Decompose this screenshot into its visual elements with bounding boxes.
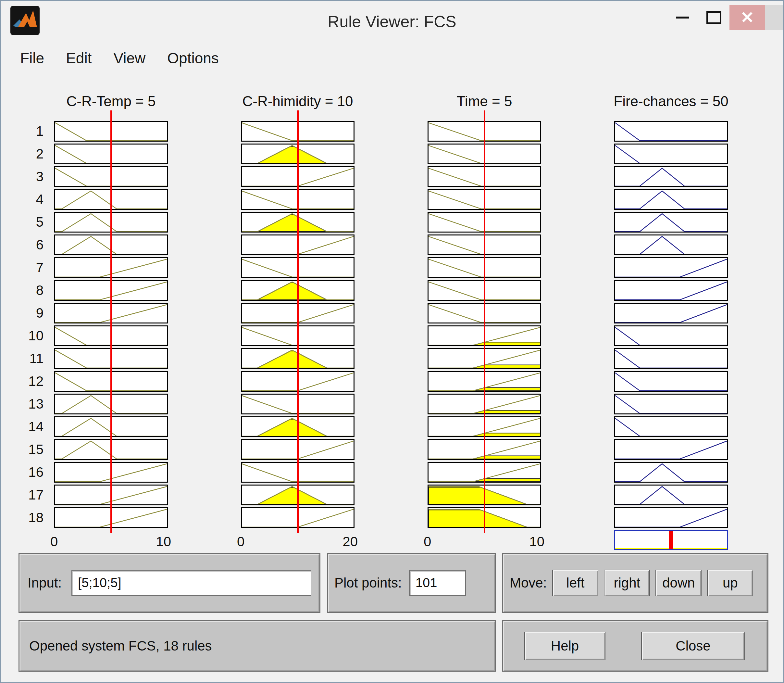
status-message: Opened system FCS, 18 rules [29, 638, 212, 654]
rule-number-17: 17 [14, 487, 43, 503]
rule-cell-6-fire-chances [614, 234, 728, 255]
move-left-button[interactable]: left [552, 570, 598, 596]
rule-cell-12-fire-chances [614, 371, 728, 392]
output-aggregate [614, 530, 728, 550]
rule-cell-1-fire-chances [614, 121, 728, 142]
column-title-c-r-temp: C-R-Temp = 5 [66, 93, 155, 109]
rule-number-3: 3 [14, 169, 43, 184]
axis-max-time: 10 [512, 534, 544, 550]
move-label: Move: [510, 575, 547, 591]
input-label: Input: [27, 575, 62, 591]
axis-min-time: 0 [424, 534, 431, 550]
column-title-time: Time = 5 [457, 93, 512, 109]
rule-number-18: 18 [14, 510, 43, 526]
axis-min-c-r-himidity: 0 [237, 534, 245, 550]
rule-number-7: 7 [14, 260, 43, 276]
input-field[interactable] [71, 570, 311, 596]
rule-cell-15-fire-chances [614, 439, 728, 460]
rule-number-10: 10 [14, 328, 43, 344]
rule-cell-9-fire-chances [614, 303, 728, 324]
rule-cell-8-fire-chances [614, 280, 728, 301]
rule-number-9: 9 [14, 305, 43, 321]
move-down-button[interactable]: down [656, 570, 702, 596]
rule-number-6: 6 [14, 237, 43, 253]
rule-cell-3-fire-chances [614, 166, 728, 187]
rule-cell-5-fire-chances [614, 212, 728, 232]
rule-cell-2-fire-chances [614, 144, 728, 164]
axis-max-c-r-temp: 10 [139, 534, 171, 550]
rule-number-8: 8 [14, 282, 43, 298]
move-up-button[interactable]: up [707, 570, 753, 596]
column-title-fire-chances: Fire-chances = 50 [614, 93, 728, 109]
rule-cell-13-fire-chances [614, 394, 728, 414]
column-title-c-r-himidity: C-R-himidity = 10 [242, 93, 353, 109]
plot-points-label: Plot points: [334, 575, 402, 591]
rule-number-11: 11 [14, 351, 43, 366]
rule-number-14: 14 [14, 419, 43, 434]
move-right-button[interactable]: right [604, 570, 650, 596]
axis-min-c-r-temp: 0 [50, 534, 58, 550]
input-line-c-r-temp[interactable] [110, 111, 112, 533]
rule-cell-18-fire-chances [614, 507, 728, 528]
move-panel: Move: left right down up [502, 553, 768, 613]
actions-panel: Help Close [502, 620, 768, 672]
rule-number-1: 1 [14, 123, 43, 139]
rule-number-13: 13 [14, 396, 43, 412]
rule-cell-4-fire-chances [614, 189, 728, 210]
input-panel: Input: [19, 553, 320, 613]
rule-number-16: 16 [14, 465, 43, 480]
status-panel: Opened system FCS, 18 rules [19, 620, 496, 672]
rule-number-2: 2 [14, 146, 43, 162]
rule-number-4: 4 [14, 192, 43, 207]
rule-cell-7-fire-chances [614, 257, 728, 278]
close-dialog-button[interactable]: Close [641, 632, 745, 660]
rule-viewer-window: Rule Viewer: FCS ✕ File Edit View Option… [0, 0, 784, 683]
input-line-time[interactable] [484, 111, 485, 533]
rule-number-5: 5 [14, 214, 43, 230]
rule-number-15: 15 [14, 442, 43, 457]
rule-cell-11-fire-chances [614, 348, 728, 369]
plot-points-panel: Plot points: [327, 553, 496, 613]
rule-cell-16-fire-chances [614, 462, 728, 483]
rule-number-12: 12 [14, 374, 43, 389]
rule-cell-10-fire-chances [614, 325, 728, 346]
rule-cell-14-fire-chances [614, 416, 728, 437]
input-line-c-r-himidity[interactable] [297, 111, 299, 533]
defuzzified-value-marker [669, 531, 673, 549]
axis-max-c-r-himidity: 20 [325, 534, 358, 550]
rule-cell-17-fire-chances [614, 484, 728, 505]
plot-points-field[interactable] [409, 570, 466, 596]
help-button[interactable]: Help [524, 632, 605, 660]
